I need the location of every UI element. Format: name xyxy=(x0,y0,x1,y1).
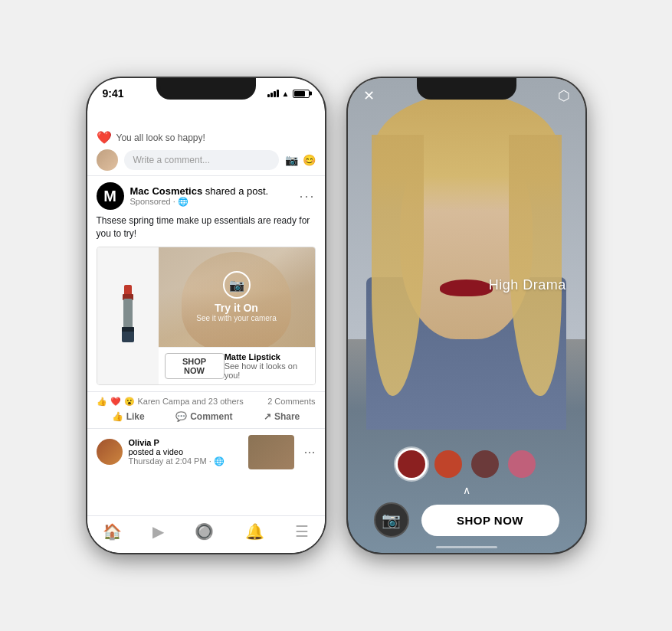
try-on-sub: See it with your camera xyxy=(196,314,277,322)
battery-fill xyxy=(294,91,305,96)
svg-rect-2 xyxy=(123,299,133,329)
signal-bar-2 xyxy=(270,93,273,97)
try-on-image[interactable]: 📷 Try it On See it with your camera xyxy=(159,247,315,347)
comment-row: Write a comment... 📷 😊 xyxy=(97,149,316,171)
swatch-deep-red[interactable] xyxy=(398,450,425,478)
product-title: Matte Lipstick xyxy=(225,352,309,361)
nav-menu[interactable]: ☰ xyxy=(295,522,309,541)
mac-logo: M xyxy=(103,188,116,205)
ar-overlay: ✕ ⬡ xyxy=(348,78,585,553)
wow-emoji: 😮 xyxy=(124,397,135,407)
next-post-thumbnail xyxy=(248,435,294,469)
comment-input-icons: 📷 😊 xyxy=(285,154,316,166)
shop-now-button-small[interactable]: SHOP NOW xyxy=(165,353,225,379)
post-sponsored: Sponsored · 🌐 xyxy=(130,197,293,207)
svg-rect-4 xyxy=(122,327,134,332)
next-post-options[interactable]: ··· xyxy=(303,444,315,460)
engagement-stats-row: 👍 ❤️ 😮 Karen Campa and 23 others 2 Comme… xyxy=(97,397,316,407)
fb-engagement: 👍 ❤️ 😮 Karen Campa and 23 others 2 Comme… xyxy=(87,391,325,429)
ar-capture-button[interactable]: 📷 xyxy=(374,502,409,538)
camera-input-icon: 📷 xyxy=(285,154,298,166)
fb-top-bar: ❤️ You all look so happy! Write a commen… xyxy=(87,124,325,176)
nav-marketplace[interactable]: 🔘 xyxy=(195,522,214,541)
try-on-title: Try it On xyxy=(196,302,277,314)
nav-home[interactable]: 🏠 xyxy=(103,522,122,541)
swatch-pink[interactable] xyxy=(508,450,536,478)
share-button[interactable]: ↗ Share xyxy=(264,411,300,422)
emoji-input-icon: 😊 xyxy=(303,154,316,166)
next-post-meta: Olivia P posted a video Thursday at 2:04… xyxy=(129,438,243,466)
like-thumb-icon: 👍 xyxy=(112,411,123,422)
phones-container: 9:41 ▲ xyxy=(72,63,601,568)
like-emoji: 👍 xyxy=(97,397,107,407)
comment-button[interactable]: 💬 Comment xyxy=(175,411,232,422)
wifi-icon: ▲ xyxy=(282,90,290,98)
product-sub: See how it looks on you! xyxy=(225,361,309,380)
reaction-text: You all look so happy! xyxy=(116,132,205,143)
reaction-row: ❤️ You all look so happy! xyxy=(97,129,316,146)
notch-2 xyxy=(421,78,513,98)
color-swatches xyxy=(348,443,585,484)
post-text: Thsese spring time make up essentials ar… xyxy=(97,214,316,240)
comment-bubble-icon: 💬 xyxy=(175,411,187,422)
next-post-name: Olivia P xyxy=(129,438,243,447)
next-post: Olivia P posted a video Thursday at 2:04… xyxy=(87,429,325,476)
post-avatar: M xyxy=(97,182,124,210)
signal-bar-1 xyxy=(267,94,270,97)
action-row: 👍 Like 💬 Comment ↗ Share xyxy=(97,410,316,423)
product-right: 📷 Try it On See it with your camera SHOP… xyxy=(159,247,315,384)
comments-count: 2 Comments xyxy=(267,397,315,406)
next-post-avatar xyxy=(97,439,123,465)
ar-close-button[interactable]: ✕ xyxy=(363,87,375,104)
comment-avatar xyxy=(97,149,118,171)
like-button[interactable]: 👍 Like xyxy=(112,411,145,422)
lipstick-svg xyxy=(116,285,139,346)
post-options-button[interactable]: ··· xyxy=(299,188,315,204)
fb-bottom-nav: 🏠 ▶ 🔘 🔔 ☰ xyxy=(87,515,325,553)
signal-bar-4 xyxy=(277,90,279,97)
post-header: M Mac Cosmetics shared a post. Sponsored… xyxy=(97,182,316,210)
fb-content: ❤️ You all look so happy! Write a commen… xyxy=(87,124,325,553)
ar-camera-flip-icon[interactable]: ⬡ xyxy=(558,87,570,104)
status-time-1: 9:41 xyxy=(103,87,124,100)
product-bottom: SHOP NOW Matte Lipstick See how it looks… xyxy=(159,347,315,384)
post-meta: Mac Cosmetics shared a post. Sponsored ·… xyxy=(130,185,293,207)
phone-2: ✕ ⬡ xyxy=(348,78,585,553)
notch-1 xyxy=(160,78,252,98)
ar-bottom-controls: ∧ 📷 SHOP NOW xyxy=(348,443,585,553)
comment-placeholder: Write a comment... xyxy=(133,155,210,165)
ar-shop-now-button[interactable]: SHOP NOW xyxy=(421,505,559,536)
heart-emoji: ❤️ xyxy=(110,397,121,407)
signal-bar-3 xyxy=(274,91,276,97)
ar-product-name-label: High Drama xyxy=(489,277,566,293)
next-post-action: posted a video xyxy=(129,447,243,456)
chevron-up-icon[interactable]: ∧ xyxy=(348,484,585,496)
swatch-dark-mauve[interactable] xyxy=(471,450,499,478)
try-on-camera-icon: 📷 xyxy=(223,271,251,299)
signal-bars xyxy=(267,90,279,97)
try-on-overlay: 📷 Try it On See it with your camera xyxy=(196,271,277,322)
phone-1-screen: 9:41 ▲ xyxy=(87,78,325,553)
status-icons-1: ▲ xyxy=(267,90,310,98)
product-image-left xyxy=(97,247,159,384)
ar-action-row: 📷 SHOP NOW xyxy=(348,502,585,538)
next-post-time: Thursday at 2:04 PM · 🌐 xyxy=(129,456,243,466)
product-desc: Matte Lipstick See how it looks on you! xyxy=(225,352,309,380)
nav-notifications[interactable]: 🔔 xyxy=(245,522,264,541)
ar-lips xyxy=(440,280,493,296)
nav-video[interactable]: ▶ xyxy=(152,522,164,541)
home-indicator-2 xyxy=(436,546,497,548)
ad-product-row: 📷 Try it On See it with your camera SHOP… xyxy=(97,247,316,385)
reactions-summary: 👍 ❤️ 😮 Karen Campa and 23 others xyxy=(97,397,244,407)
phone-2-screen: ✕ ⬡ xyxy=(348,78,585,553)
comment-input[interactable]: Write a comment... xyxy=(124,150,279,170)
battery-icon xyxy=(293,90,310,98)
post-brand-name: Mac Cosmetics shared a post. xyxy=(130,185,293,197)
share-arrow-icon: ↗ xyxy=(264,411,271,422)
reactions-count-text: Karen Campa and 23 others xyxy=(138,397,244,406)
phone-1: 9:41 ▲ xyxy=(87,78,325,553)
fb-post: M Mac Cosmetics shared a post. Sponsored… xyxy=(87,176,325,391)
swatch-coral-red[interactable] xyxy=(434,450,462,478)
